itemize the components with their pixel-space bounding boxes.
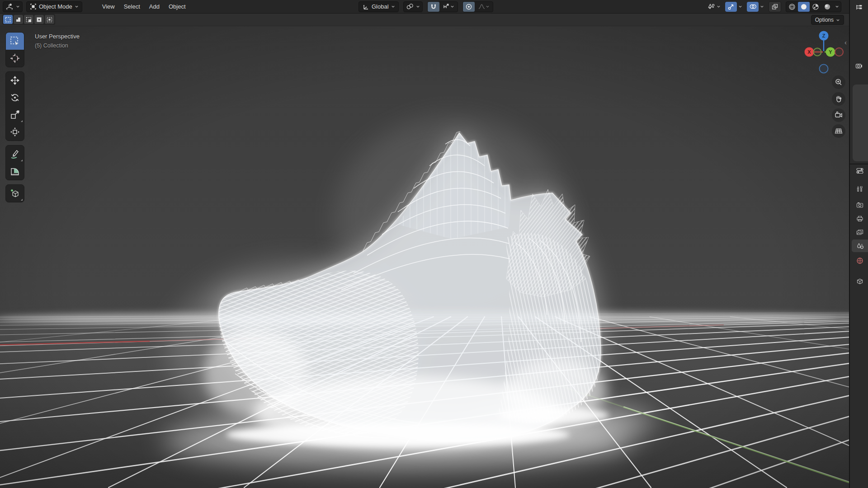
tool-add-cube[interactable]	[6, 185, 24, 202]
select-box-icon	[9, 36, 20, 47]
menu-select[interactable]: Select	[119, 0, 145, 13]
snap-toggle[interactable]	[428, 2, 439, 12]
editor-type-dropdown[interactable]	[3, 1, 23, 12]
options-label: Options	[815, 17, 834, 23]
pan-button[interactable]	[832, 92, 845, 106]
pivot-point-dropdown[interactable]	[403, 1, 423, 12]
editor-scrollbar[interactable]	[853, 84, 868, 161]
outliner-editor-icon[interactable]	[854, 4, 863, 14]
gizmo-arrow-icon	[727, 3, 735, 10]
view-name-label: User Perspective	[35, 32, 80, 41]
options-dropdown[interactable]: Options	[811, 15, 844, 25]
orientation-label: Global	[372, 3, 389, 10]
solid-sphere-icon	[800, 3, 807, 10]
material-sphere-icon	[812, 3, 819, 10]
menu-add[interactable]: Add	[145, 0, 164, 13]
object-mode-icon	[30, 3, 37, 10]
snap-with-dropdown[interactable]	[439, 2, 458, 12]
hand-icon	[835, 95, 843, 103]
tab-output[interactable]	[852, 212, 868, 225]
collapse-panel-chevron[interactable]: ‹	[844, 38, 847, 46]
gizmo-x-label: X	[807, 49, 811, 55]
tool-move[interactable]	[6, 72, 24, 89]
3d-viewport[interactable]: User Perspective (5) Collection	[0, 26, 850, 488]
show-object-types-dropdown[interactable]	[707, 3, 721, 10]
select-mode-extend[interactable]	[14, 15, 23, 24]
pivot-point-icon	[406, 3, 414, 10]
annotate-pen-icon	[9, 149, 20, 160]
3d-viewport-editor-icon	[5, 3, 14, 10]
proportional-editing-toggle[interactable]	[463, 2, 475, 12]
overlays-icon	[749, 3, 757, 10]
tab-world[interactable]	[852, 254, 868, 267]
shading-mode-group	[786, 1, 841, 12]
viewport-overlay-text: User Perspective (5) Collection	[35, 32, 80, 51]
camera-icon	[834, 111, 843, 120]
shading-rendered[interactable]	[821, 2, 833, 12]
tool-cursor[interactable]	[6, 50, 24, 67]
tab-view-layer[interactable]	[852, 226, 868, 239]
measure-icon	[9, 166, 20, 177]
magnifier-plus-icon	[835, 78, 843, 86]
tool-transform[interactable]	[6, 123, 24, 141]
magnet-icon	[430, 3, 437, 10]
tool-select-box[interactable]	[6, 33, 24, 50]
scale-icon	[9, 109, 20, 120]
tool-rotate[interactable]	[6, 89, 24, 106]
add-cube-icon	[9, 188, 20, 199]
tab-object[interactable]	[852, 275, 868, 287]
viewport-header: Object Mode View Select Add Object Globa…	[0, 0, 850, 14]
camera-object-icon[interactable]	[855, 62, 863, 71]
transform-orientation-dropdown[interactable]: Global	[359, 1, 399, 12]
3d-cursor-icon	[9, 53, 20, 64]
menu-object[interactable]: Object	[164, 0, 190, 13]
show-overlays-toggle[interactable]	[747, 2, 759, 12]
gizmo-neg-x-axis[interactable]	[835, 48, 843, 56]
tool-measure[interactable]	[6, 163, 24, 180]
gizmo-neg-y-axis[interactable]	[814, 48, 821, 56]
menu-view[interactable]: View	[98, 0, 119, 13]
proportional-editing-icon	[465, 3, 472, 10]
xray-icon	[771, 3, 778, 10]
move-icon	[9, 75, 20, 86]
tool-settings-bar: Options	[0, 13, 850, 26]
side-editor-strip	[849, 0, 868, 488]
tool-scale[interactable]	[6, 106, 24, 123]
select-mode-invert[interactable]	[34, 15, 44, 24]
rendered-sphere-icon	[824, 3, 831, 10]
show-gizmo-toggle[interactable]	[725, 2, 737, 12]
tool-annotate[interactable]	[6, 145, 24, 163]
gizmo-y-label: Y	[829, 49, 832, 55]
zoom-button[interactable]	[832, 75, 845, 89]
blender-window: User Perspective (5) Collection	[0, 0, 868, 488]
orientation-axes-icon	[362, 3, 369, 10]
tab-render[interactable]	[852, 199, 868, 211]
snap-increment-icon	[443, 3, 450, 10]
navigation-gizmo[interactable]: Z X Y	[802, 30, 845, 75]
viewport-scene	[0, 26, 850, 488]
properties-editor-icon[interactable]	[852, 164, 868, 177]
grid-perspective-icon	[834, 127, 843, 136]
select-mode-set[interactable]	[3, 15, 13, 24]
select-mode-intersect[interactable]	[45, 15, 54, 24]
xray-toggle[interactable]	[769, 1, 781, 12]
rotate-icon	[9, 92, 20, 103]
mode-label: Object Mode	[39, 3, 72, 10]
transform-icon	[9, 127, 20, 137]
shading-solid[interactable]	[798, 2, 810, 12]
gizmo-neg-z-axis[interactable]	[820, 65, 828, 73]
tab-tool[interactable]	[852, 183, 868, 195]
select-mode-subtract[interactable]	[24, 15, 33, 24]
shading-material-preview[interactable]	[810, 2, 821, 12]
mode-dropdown[interactable]: Object Mode	[26, 1, 82, 12]
proportional-falloff-dropdown[interactable]	[475, 2, 493, 12]
toolbar	[5, 32, 24, 202]
gizmo-z-label: Z	[822, 33, 826, 38]
falloff-curve-icon	[478, 3, 486, 10]
camera-view-button[interactable]	[832, 108, 845, 122]
tab-scene[interactable]	[852, 239, 868, 252]
shading-wireframe[interactable]	[786, 2, 798, 12]
toggle-orthographic-button[interactable]	[832, 124, 845, 138]
collection-label: (5) Collection	[35, 41, 80, 51]
visibility-eye-icon	[707, 3, 715, 10]
